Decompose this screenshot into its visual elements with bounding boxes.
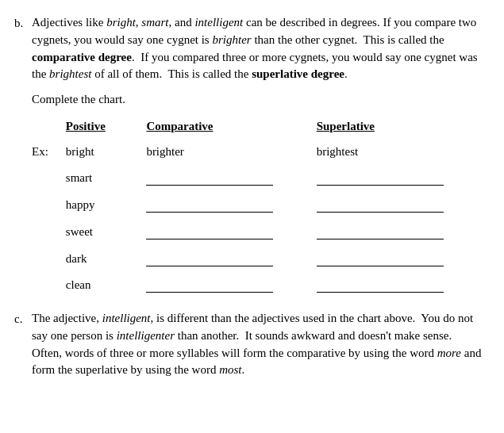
row-dark-ex — [32, 246, 66, 273]
row-clean-ex — [32, 272, 66, 299]
section-b: b. Adjectives like bright, smart, and in… — [14, 14, 487, 299]
row-happy-comparative-cell — [146, 192, 316, 219]
example-row: Ex: bright brighter brightest — [32, 139, 487, 166]
input-happy-comparative[interactable] — [146, 198, 273, 213]
italic-bright: bright — [106, 16, 136, 29]
input-smart-superlative[interactable] — [317, 171, 444, 186]
italic-intelligent: intelligent — [194, 16, 243, 29]
row-clean-comparative-cell — [146, 272, 316, 299]
header-ex-spacer — [32, 118, 66, 139]
section-b-content: Adjectives like bright, smart, and intel… — [32, 14, 487, 299]
row-smart-ex — [32, 165, 66, 192]
row-dark-superlative-cell — [317, 246, 487, 273]
example-positive: bright — [66, 139, 147, 166]
row-clean: clean — [32, 272, 487, 299]
chart-area: Complete the chart. Positive Comparative… — [32, 91, 487, 299]
row-happy-superlative-cell — [317, 192, 487, 219]
row-dark-comparative-cell — [146, 246, 316, 273]
header-superlative: Superlative — [317, 118, 487, 139]
italic-intelligent-c: intelligent — [102, 312, 151, 324]
input-sweet-comparative[interactable] — [146, 225, 273, 239]
chart-header-row: Positive Comparative Superlative — [32, 118, 487, 139]
section-c-content: The adjective, intelligent, is different… — [32, 310, 487, 387]
section-c-paragraph: The adjective, intelligent, is different… — [32, 310, 487, 379]
header-positive: Positive — [66, 118, 147, 139]
input-smart-comparative[interactable] — [146, 171, 273, 186]
input-clean-superlative[interactable] — [317, 278, 444, 293]
input-clean-comparative[interactable] — [146, 278, 273, 293]
section-c: c. The adjective, intelligent, is differ… — [14, 310, 487, 387]
italic-brighter: brighter — [212, 33, 251, 46]
example-label: Ex: — [32, 139, 66, 166]
italic-intelligenter: intelligenter — [117, 329, 175, 342]
italic-more: more — [437, 347, 461, 359]
input-happy-superlative[interactable] — [317, 198, 444, 213]
bold-comparative-degree: comparative degree — [32, 51, 132, 63]
italic-brightest: brightest — [49, 67, 91, 80]
section-b-paragraph: Adjectives like bright, smart, and intel… — [32, 14, 487, 83]
row-happy-ex — [32, 192, 66, 219]
section-c-letter: c. — [14, 310, 32, 387]
row-dark-positive: dark — [66, 246, 147, 273]
row-smart-superlative-cell — [317, 165, 487, 192]
row-clean-positive: clean — [66, 272, 147, 299]
input-dark-comparative[interactable] — [146, 252, 273, 266]
input-sweet-superlative[interactable] — [317, 225, 444, 239]
row-smart: smart — [32, 165, 487, 192]
bold-superlative-degree: superlative degree — [252, 67, 344, 80]
row-sweet-ex — [32, 219, 66, 246]
row-sweet: sweet — [32, 219, 487, 246]
row-happy: happy — [32, 192, 487, 219]
example-comparative: brighter — [146, 139, 316, 166]
italic-smart: smart — [141, 16, 168, 29]
header-comparative: Comparative — [146, 118, 316, 139]
section-b-letter: b. — [14, 14, 32, 299]
row-smart-comparative-cell — [146, 165, 316, 192]
input-dark-superlative[interactable] — [317, 252, 444, 266]
italic-most: most — [219, 363, 241, 376]
complete-label: Complete the chart. — [32, 91, 487, 109]
row-sweet-comparative-cell — [146, 219, 316, 246]
row-sweet-positive: sweet — [66, 219, 147, 246]
chart-table: Positive Comparative Superlative Ex: bri… — [32, 118, 487, 299]
row-clean-superlative-cell — [317, 272, 487, 299]
example-superlative: brightest — [317, 139, 487, 166]
row-happy-positive: happy — [66, 192, 147, 219]
row-smart-positive: smart — [66, 165, 147, 192]
row-sweet-superlative-cell — [317, 219, 487, 246]
row-dark: dark — [32, 246, 487, 273]
